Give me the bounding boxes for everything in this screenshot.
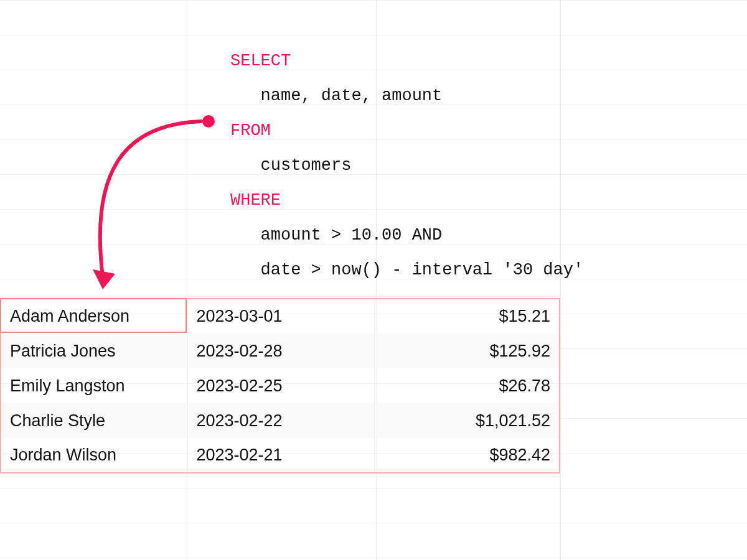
sql-text: date > now() - interval '30 day' xyxy=(261,261,583,279)
cell-name[interactable]: Charlie Style xyxy=(1,403,187,438)
cell-date[interactable]: 2023-02-22 xyxy=(187,403,374,438)
table-row: Patricia Jones2023-02-28$125.92 xyxy=(1,334,560,368)
cell-amount[interactable]: $125.92 xyxy=(374,334,560,368)
sql-line: amount > 10.00 AND xyxy=(230,218,583,253)
table-row: Adam Anderson2023-03-01$15.21 xyxy=(1,299,560,334)
sql-keyword: FROM xyxy=(230,121,271,140)
sql-line: SELECT xyxy=(230,44,583,78)
sql-text: customers xyxy=(261,156,352,175)
results-table: Adam Anderson2023-03-01$15.21Patricia Jo… xyxy=(0,298,560,474)
table-row: Charlie Style2023-02-22$1,021.52 xyxy=(1,403,560,438)
table-row: Emily Langston2023-02-25$26.78 xyxy=(1,368,560,403)
sql-text: amount > 10.00 AND xyxy=(261,226,443,245)
sql-line: name, date, amount xyxy=(230,78,583,113)
cell-name[interactable]: Emily Langston xyxy=(1,368,187,403)
sql-keyword: SELECT xyxy=(230,52,291,70)
sql-keyword: WHERE xyxy=(230,191,281,210)
sql-text: name, date, amount xyxy=(261,86,443,105)
cell-name[interactable]: Adam Anderson xyxy=(1,299,187,334)
sql-line: date > now() - interval '30 day' xyxy=(230,253,583,287)
cell-amount[interactable]: $982.42 xyxy=(374,438,560,473)
sql-line: customers xyxy=(230,148,583,183)
sql-code-block: SELECT name, date, amountFROM customersW… xyxy=(230,44,583,287)
svg-marker-1 xyxy=(93,269,115,289)
cell-date[interactable]: 2023-02-28 xyxy=(187,334,374,368)
cell-amount[interactable]: $15.21 xyxy=(374,299,560,334)
svg-point-0 xyxy=(202,115,215,128)
flow-arrow-icon xyxy=(84,106,227,305)
table-row: Jordan Wilson2023-02-21$982.42 xyxy=(1,438,560,473)
cell-date[interactable]: 2023-02-25 xyxy=(187,368,374,403)
cell-date[interactable]: 2023-03-01 xyxy=(187,299,374,334)
cell-amount[interactable]: $1,021.52 xyxy=(374,403,560,438)
sql-line: FROM xyxy=(230,113,583,148)
cell-name[interactable]: Patricia Jones xyxy=(1,334,187,368)
cell-date[interactable]: 2023-02-21 xyxy=(187,438,374,473)
cell-amount[interactable]: $26.78 xyxy=(374,368,560,403)
cell-name[interactable]: Jordan Wilson xyxy=(1,438,187,473)
sql-line: WHERE xyxy=(230,183,583,218)
